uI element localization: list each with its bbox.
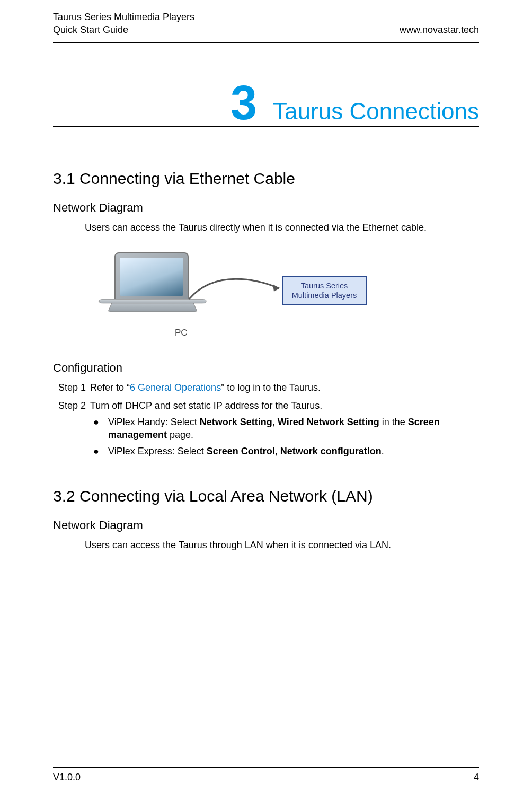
doc-title: Taurus Series Multimedia Players	[53, 11, 194, 23]
b1a: ViPlex Handy: Select	[108, 417, 200, 427]
device-box: Taurus Series Multimedia Players	[282, 276, 367, 305]
doc-subtitle: Quick Start Guide	[53, 23, 194, 36]
b2d: Network configuration	[280, 446, 382, 456]
svg-marker-0	[273, 284, 279, 292]
configuration-label: Configuration	[53, 361, 479, 375]
b1c: ,	[272, 417, 278, 427]
network-diagram-figure: PC Taurus Series Multimedia Players	[95, 247, 371, 348]
step-2: Step 2 Turn off DHCP and set static IP a…	[53, 399, 479, 412]
b1g: page.	[167, 429, 193, 440]
network-diagram-text-2: Users can access the Taurus through LAN …	[85, 539, 479, 551]
step-1-prefix: Refer to “	[90, 382, 130, 393]
bullet-icon: ●	[93, 416, 108, 441]
step-1-body: Refer to “6 General Operations” to log i…	[90, 381, 479, 394]
bullet-1: ● ViPlex Handy: Select Network Setting, …	[93, 416, 479, 441]
network-diagram-label-2: Network Diagram	[53, 518, 479, 532]
configuration-steps: Step 1 Refer to “6 General Operations” t…	[53, 381, 479, 412]
page-number: 4	[474, 772, 479, 783]
general-operations-link[interactable]: 6 General Operations	[130, 382, 221, 393]
pc-label: PC	[175, 328, 188, 338]
step-1: Step 1 Refer to “6 General Operations” t…	[53, 381, 479, 394]
step-1-suffix: ” to log in to the Taurus.	[221, 382, 321, 393]
step-2-body: Turn off DHCP and set static IP address …	[90, 399, 479, 412]
header-left: Taurus Series Multimedia Players Quick S…	[53, 11, 194, 37]
ethernet-cable-icon	[188, 272, 281, 302]
page-footer: V1.0.0 4	[53, 767, 479, 783]
b2e: .	[382, 446, 384, 456]
bullet-list: ● ViPlex Handy: Select Network Setting, …	[93, 416, 479, 458]
chapter-title: Taurus Connections	[273, 98, 479, 125]
b2c: ,	[275, 446, 280, 456]
chapter-heading: 3 Taurus Connections	[53, 85, 479, 127]
version-label: V1.0.0	[53, 772, 81, 783]
b1e: in the	[379, 417, 408, 427]
bullet-icon: ●	[93, 445, 108, 458]
bullet-2: ● ViPlex Express: Select Screen Control,…	[93, 445, 479, 458]
header-url: www.novastar.tech	[400, 24, 479, 37]
step-1-label: Step 1	[58, 381, 90, 394]
b2b: Screen Control	[207, 446, 275, 456]
network-diagram-text-1: Users can access the Taurus directly whe…	[85, 221, 479, 234]
chapter-number: 3	[230, 85, 257, 121]
bullet-2-text: ViPlex Express: Select Screen Control, N…	[108, 445, 479, 458]
b1b: Network Setting	[200, 417, 272, 427]
network-diagram-label-1: Network Diagram	[53, 201, 479, 215]
section-3-2-heading: 3.2 Connecting via Local Area Network (L…	[53, 487, 479, 505]
step-2-label: Step 2	[58, 399, 90, 412]
b2a: ViPlex Express: Select	[108, 446, 207, 456]
bullet-1-text: ViPlex Handy: Select Network Setting, Wi…	[108, 416, 479, 441]
b1d: Wired Network Setting	[278, 417, 379, 427]
device-box-text: Taurus Series Multimedia Players	[285, 281, 363, 300]
page-header: Taurus Series Multimedia Players Quick S…	[53, 11, 479, 43]
section-3-1-heading: 3.1 Connecting via Ethernet Cable	[53, 170, 479, 188]
